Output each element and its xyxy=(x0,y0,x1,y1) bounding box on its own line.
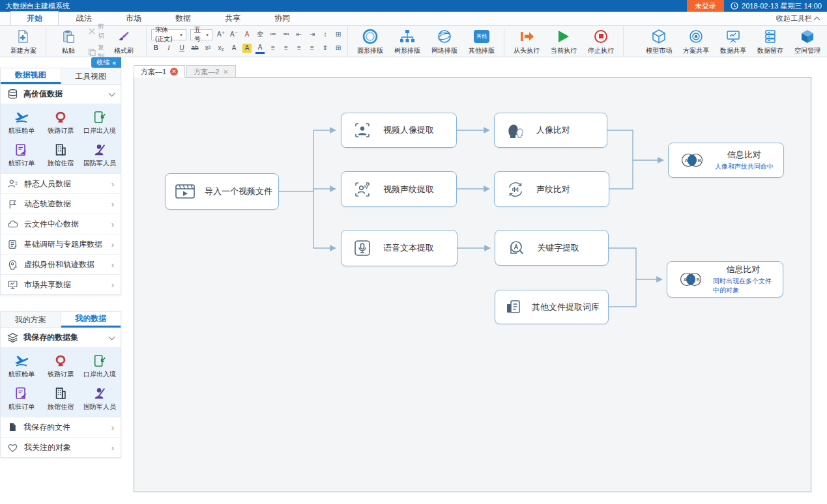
dataset-rail-ticket[interactable]: 铁路订票 xyxy=(41,107,80,137)
node-face-compare[interactable]: 人像比对 xyxy=(494,113,607,148)
dataset-border-entry[interactable]: 口岸出入境 xyxy=(80,107,119,137)
chevron-right-icon: › xyxy=(111,443,114,453)
run-current-button[interactable]: 当前执行 xyxy=(546,27,581,56)
other-layout-button[interactable]: 其他 其他排版 xyxy=(464,27,499,56)
sidebar-item-static-person[interactable]: 静态人员数据 › xyxy=(1,173,121,193)
data-retention-button[interactable]: 数据留存 xyxy=(753,27,788,56)
new-plan-button[interactable]: 新建方案 xyxy=(6,27,41,56)
data-share-button[interactable]: 数据共享 xyxy=(716,27,751,56)
node-info-compare-top[interactable]: AB 信息比对 人像和声纹共同命中 xyxy=(668,143,784,178)
model-market-button[interactable]: 模型市场 xyxy=(641,27,676,56)
line-spacing-button[interactable]: ↕ xyxy=(321,30,330,39)
bold-button[interactable]: B xyxy=(151,44,160,53)
sidebar-item-cloud-files[interactable]: 云文件中心数据 › xyxy=(1,214,121,234)
borders-button[interactable]: ⊞ xyxy=(334,44,343,53)
close-tab-icon[interactable]: ✕ xyxy=(170,68,178,76)
ribbon-tab-start[interactable]: 开始 xyxy=(10,11,59,25)
node-other-files-word-library[interactable]: 其他文件提取词库 xyxy=(495,290,609,324)
plan-share-button[interactable]: 方案共享 xyxy=(678,27,714,56)
superscript-button[interactable]: x² xyxy=(203,44,212,53)
stop-run-button[interactable]: 停止执行 xyxy=(583,27,618,56)
tab-data-view[interactable]: 数据视图 xyxy=(1,68,61,84)
shrink-font-button[interactable]: A⁻ xyxy=(229,30,239,39)
dataset-military-personnel[interactable]: 国防军人员 xyxy=(80,384,119,413)
network-layout-button[interactable]: 网络排版 xyxy=(427,27,462,56)
panel1-tabs: 数据视图 工具视图 xyxy=(1,68,121,85)
dataset-hotel-stay[interactable]: 旅馆住宿 xyxy=(41,140,80,170)
case-change-button[interactable]: 变 xyxy=(255,30,265,39)
strikethrough-button[interactable]: ab xyxy=(190,44,199,53)
paste-label: 粘贴 xyxy=(62,46,75,55)
tab-tool-view[interactable]: 工具视图 xyxy=(61,68,121,84)
text-effects-button[interactable]: A xyxy=(229,44,239,53)
node-keyword-extract[interactable]: 关键字提取 xyxy=(495,230,609,266)
ribbon-tab-market[interactable]: 市场 xyxy=(109,11,158,25)
number-list-button[interactable]: ≕ xyxy=(282,30,291,39)
underline-button[interactable]: U xyxy=(177,44,186,53)
node-label: 人像比对 xyxy=(536,124,570,136)
sidebar-item-my-files[interactable]: 我保存的文件 › xyxy=(1,417,121,437)
highlight-button[interactable]: A xyxy=(242,44,252,53)
circle-layout-button[interactable]: 圆形排版 xyxy=(353,27,388,56)
login-status-badge[interactable]: 未登录 xyxy=(687,0,724,12)
ribbon-tab-collab[interactable]: 协同 xyxy=(258,11,306,25)
canvas-tab-plan1[interactable]: 方案—1 ✕ xyxy=(134,65,185,77)
tab-my-plans[interactable]: 我的方案 xyxy=(1,312,61,328)
ribbon-tab-data[interactable]: 数据 xyxy=(159,11,207,25)
clear-format-button[interactable]: A xyxy=(242,30,252,39)
bullet-list-button[interactable]: ≔ xyxy=(268,30,278,39)
dataset-flight-order[interactable]: 航班订单 xyxy=(2,384,41,413)
node-video-face-extract[interactable]: 视频人像提取 xyxy=(341,113,457,148)
dataset-hotel-stay[interactable]: 旅馆住宿 xyxy=(41,384,80,413)
dataset-border-entry[interactable]: 口岸出入境 xyxy=(80,351,119,381)
align-left-button[interactable]: ≡ xyxy=(268,44,278,53)
node-voiceprint-compare[interactable]: 声纹比对 xyxy=(494,171,609,207)
sidebar-item-virtual-identity[interactable]: 虚拟身份和轨迹数据 › xyxy=(1,254,121,274)
run-from-start-button[interactable]: 从头执行 xyxy=(509,27,544,56)
grow-font-button[interactable]: A⁺ xyxy=(216,30,225,39)
node-video-voiceprint-extract[interactable]: 视频声纹提取 xyxy=(341,171,457,207)
group-clipboard: 粘贴 剪切 复制 格式刷 xyxy=(46,27,147,56)
increase-indent-button[interactable]: ⇥ xyxy=(308,30,317,39)
collapse-toolbar-button[interactable]: 收起工具栏 xyxy=(776,14,819,23)
close-tab-icon[interactable]: ✕ xyxy=(223,68,228,76)
decrease-indent-button[interactable]: ⇤ xyxy=(295,30,304,39)
font-color-button[interactable]: A xyxy=(255,43,265,54)
node-info-compare-bottom[interactable]: AB 信息比对 同时出现在多个文件中的对象 xyxy=(667,261,783,298)
sidebar-item-research-library[interactable]: 基础调研与专题库数据 › xyxy=(1,234,121,254)
dataset-flight-manifest[interactable]: 航班舱单 xyxy=(2,351,41,381)
ribbon-tab-share[interactable]: 共享 xyxy=(209,11,257,25)
tab-my-data[interactable]: 我的数据 xyxy=(61,312,121,328)
paragraph-spacing-button[interactable]: ⇕ xyxy=(321,44,330,53)
node-speech-to-text-extract[interactable]: 语音文本提取 xyxy=(341,230,457,266)
section-high-value-data[interactable]: 高价值数据 xyxy=(1,85,121,104)
dataset-label: 国防军人员 xyxy=(83,402,116,412)
sidebar-item-trajectory[interactable]: 动态轨迹数据 › xyxy=(1,193,121,214)
align-center-button[interactable]: ≡ xyxy=(282,44,291,53)
tree-layout-button[interactable]: 树形排版 xyxy=(390,27,425,56)
sidebar-item-followed-objects[interactable]: 我关注的对象 › xyxy=(1,437,121,457)
section-my-saved-datasets[interactable]: 我保存的数据集 xyxy=(1,328,121,348)
dataset-flight-manifest[interactable]: 航班舱单 xyxy=(2,107,41,137)
flow-canvas[interactable]: 导入一个视频文件 视频人像提取 人像比对 AB 信息比对 人像和声纹共同命中 视… xyxy=(134,77,811,492)
dataset-military-personnel[interactable]: 国防军人员 xyxy=(80,140,119,170)
space-management-button[interactable]: 空间管理 xyxy=(790,27,825,56)
cut-button[interactable]: 剪切 xyxy=(88,22,104,40)
font-family-select[interactable]: 宋体 (正文) xyxy=(151,29,186,40)
align-right-button[interactable]: ≡ xyxy=(295,44,304,53)
font-size-select[interactable]: 五号 xyxy=(190,29,212,40)
node-subtitle: 人像和声纹共同命中 xyxy=(715,162,774,171)
format-painter-button[interactable]: 格式刷 xyxy=(106,27,141,56)
sidebar-collapse-button[interactable]: 收缩 xyxy=(91,57,121,68)
align-justify-button[interactable]: ≡ xyxy=(308,44,317,53)
italic-button[interactable]: I xyxy=(164,44,173,53)
dataset-flight-order[interactable]: 航班订单 xyxy=(2,140,41,170)
table-button[interactable]: ⊞ xyxy=(334,30,343,39)
node-import-video-file[interactable]: 导入一个视频文件 xyxy=(165,173,279,210)
brush-icon xyxy=(117,28,130,45)
dataset-rail-ticket[interactable]: 铁路订票 xyxy=(41,351,80,381)
sidebar-item-market-shared[interactable]: 市场共享数据 › xyxy=(1,274,121,294)
paste-button[interactable]: 粘贴 xyxy=(51,27,86,56)
subscript-button[interactable]: x₂ xyxy=(216,44,225,53)
canvas-tab-plan2[interactable]: 方案—2 ✕ xyxy=(186,65,236,77)
